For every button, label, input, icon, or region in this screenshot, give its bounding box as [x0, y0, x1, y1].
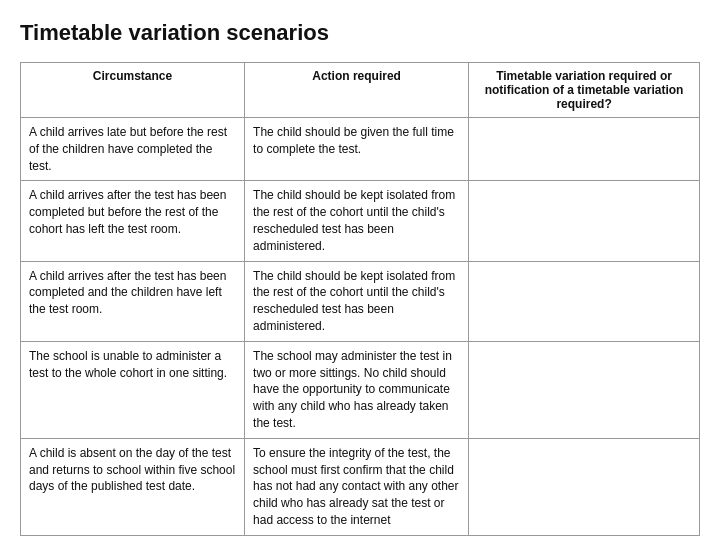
cell-action: To ensure the integrity of the test, the… — [245, 438, 469, 535]
cell-action: The child should be kept isolated from t… — [245, 261, 469, 341]
cell-timetable — [469, 181, 700, 261]
cell-circumstance: A child is absent on the day of the test… — [21, 438, 245, 535]
table-row: A child arrives after the test has been … — [21, 261, 700, 341]
table-row: A child arrives late but before the rest… — [21, 118, 700, 181]
page-title: Timetable variation scenarios — [20, 20, 700, 46]
cell-action: The school may administer the test in tw… — [245, 341, 469, 438]
cell-timetable — [469, 341, 700, 438]
table-row: A child arrives after the test has been … — [21, 181, 700, 261]
table-row: A child is absent on the day of the test… — [21, 438, 700, 535]
cell-circumstance: The school is unable to administer a tes… — [21, 341, 245, 438]
cell-circumstance: A child arrives after the test has been … — [21, 261, 245, 341]
cell-timetable — [469, 118, 700, 181]
cell-timetable — [469, 438, 700, 535]
header-timetable: Timetable variation required or notifica… — [469, 63, 700, 118]
timetable-table: Circumstance Action required Timetable v… — [20, 62, 700, 536]
table-row: The school is unable to administer a tes… — [21, 341, 700, 438]
cell-action: The child should be kept isolated from t… — [245, 181, 469, 261]
header-action: Action required — [245, 63, 469, 118]
cell-circumstance: A child arrives after the test has been … — [21, 181, 245, 261]
cell-circumstance: A child arrives late but before the rest… — [21, 118, 245, 181]
cell-action: The child should be given the full time … — [245, 118, 469, 181]
cell-timetable — [469, 261, 700, 341]
header-circumstance: Circumstance — [21, 63, 245, 118]
